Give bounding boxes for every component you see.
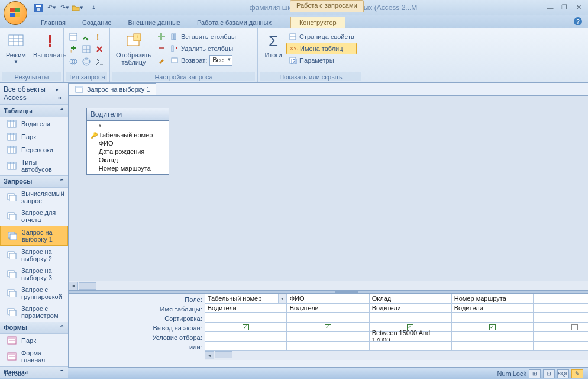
builder-button[interactable] [155,54,168,66]
grid-cell[interactable] [205,341,287,351]
append-query-icon[interactable]: ! [93,31,105,43]
save-icon[interactable] [33,2,44,14]
show-checkbox[interactable]: ✓ [325,324,331,330]
grid-h-scrollbar[interactable]: ◂▸ [205,351,588,360]
show-table-button[interactable]: +Отобразить таблицу [112,30,155,69]
help-icon[interactable]: ? [574,17,582,25]
nav-group-tables[interactable]: Таблицы⌃ [0,105,68,117]
nav-item[interactable]: Вычисляемый запрос [0,188,68,207]
undo-icon[interactable]: ↶▾ [46,2,57,14]
update-query-icon[interactable]: ! [67,43,79,55]
office-button[interactable] [4,1,27,25]
view-design-button[interactable]: ✎ [571,369,583,378]
grid-cell[interactable]: Табельный номер▾ [205,294,287,303]
grid-cell[interactable]: Водители [369,303,451,313]
nav-item[interactable]: Запрос с группировкой [0,284,68,303]
redo-icon[interactable]: ↷▾ [59,2,70,14]
minimize-button[interactable]: — [544,2,556,13]
grid-cell[interactable]: ФИО [287,294,369,303]
restore-button[interactable]: ❐ [558,2,570,13]
grid-cell[interactable]: ✓ [287,322,369,332]
nav-item[interactable]: Запрос на выборку 1 [0,226,68,246]
upper-h-scrollbar[interactable]: ◂▸ [69,281,588,290]
nav-item[interactable]: Перевозки [0,143,68,156]
nav-item[interactable]: Запрос с параметром [0,303,68,322]
view-mode-button[interactable]: Режим▼ [2,30,30,69]
datadef-query-icon[interactable] [93,56,105,68]
field-list-item[interactable]: Дата рождения [91,147,165,156]
delete-query-icon[interactable] [93,43,105,55]
dropdown-arrow-icon[interactable]: ▾ [278,294,286,303]
nav-header[interactable]: Все объекты Access▾ « [0,83,68,105]
grid-cell[interactable]: Водители [287,303,369,313]
view-datasheet-button[interactable]: ⊞ [529,369,541,378]
table-names-button[interactable]: XYZИмена таблиц [286,43,357,54]
grid-cell[interactable] [205,332,287,341]
field-list-item[interactable]: 🔑Табельный номер [91,131,165,139]
nav-item[interactable]: Запрос на выборку 3 [0,265,68,284]
grid-cell[interactable] [534,313,588,322]
delete-columns-button[interactable]: Удалить столбцы [168,43,238,54]
doc-tab-item[interactable]: Запрос на выборку 1 [69,83,157,95]
grid-cell[interactable]: Водители [451,303,534,313]
grid-cell[interactable]: Водители [205,303,287,313]
grid-cell[interactable] [369,341,451,351]
parameters-button[interactable]: [?]Параметры [286,54,357,66]
nav-item[interactable]: Водители [0,117,68,130]
grid-cell[interactable]: Оклад [369,294,451,303]
grid-cell[interactable]: ✓ [205,322,287,332]
tab-design[interactable]: Конструктор [290,17,345,28]
select-query-icon[interactable] [67,31,79,43]
grid-cell[interactable] [534,341,588,351]
nav-group-queries[interactable]: Запросы⌃ [0,175,68,188]
grid-cell[interactable]: Between 15000 And 17000 [369,332,451,341]
nav-item[interactable]: Запрос для отчета [0,207,68,226]
crosstab-query-icon[interactable] [80,43,92,55]
table-field-list[interactable]: Водители *🔑Табельный номерФИОДата рожден… [86,108,169,175]
nav-item[interactable]: Парк [0,130,68,143]
view-pivottable-button[interactable]: ⊡ [543,369,555,378]
grid-cell[interactable] [369,313,451,322]
delete-rows-button[interactable] [155,43,168,54]
insert-rows-button[interactable] [155,31,168,43]
grid-cell[interactable] [287,341,369,351]
grid-cell[interactable] [534,294,588,303]
field-list-item[interactable]: ФИО [91,139,165,147]
nav-group-forms[interactable]: Формы⌃ [0,322,68,334]
qat-customize-icon[interactable]: ⇣ [88,2,99,14]
nav-item[interactable]: Парк [0,334,68,347]
grid-cell[interactable]: ✓ [451,322,534,332]
totals-button[interactable]: ΣИтоги [260,30,286,69]
grid-cell[interactable] [287,332,369,341]
open-folder-icon[interactable]: ▾ [72,2,83,14]
return-combo[interactable]: Возврат: Все [168,54,238,66]
grid-cell[interactable] [451,332,534,341]
tab-home[interactable]: Главная [33,17,74,28]
passthrough-query-icon[interactable] [80,56,92,68]
grid-cell[interactable] [534,303,588,313]
tab-external-data[interactable]: Внешние данные [120,17,189,28]
grid-cell[interactable] [287,313,369,322]
tab-database-tools[interactable]: Работа с базами данных [189,17,280,28]
view-sql-button[interactable]: SQL [557,369,569,378]
show-checkbox[interactable]: ✓ [489,324,496,330]
union-query-icon[interactable] [67,56,79,68]
tab-create[interactable]: Создание [74,17,120,28]
grid-cell[interactable] [534,332,588,341]
field-list-item[interactable]: * [91,123,165,131]
query-design-upper-pane[interactable]: Водители *🔑Табельный номерФИОДата рожден… [69,96,588,281]
grid-cell[interactable] [205,313,287,322]
property-sheet-button[interactable]: Страница свойств [286,31,357,43]
nav-item[interactable]: Запрос на выборку 2 [0,246,68,265]
grid-cell[interactable] [534,322,588,332]
show-checkbox[interactable] [571,324,578,330]
field-list-item[interactable]: Оклад [91,156,165,164]
show-checkbox[interactable]: ✓ [243,324,249,330]
grid-cell[interactable] [451,313,534,322]
field-list-item[interactable]: Номер маршрута [91,164,165,172]
close-button[interactable]: ✕ [573,2,584,13]
nav-item[interactable]: Форма главная [0,347,68,366]
grid-cell[interactable]: Номер маршрута [451,294,534,303]
grid-cell[interactable] [451,341,534,351]
nav-item[interactable]: Типы автобусов [0,156,68,175]
